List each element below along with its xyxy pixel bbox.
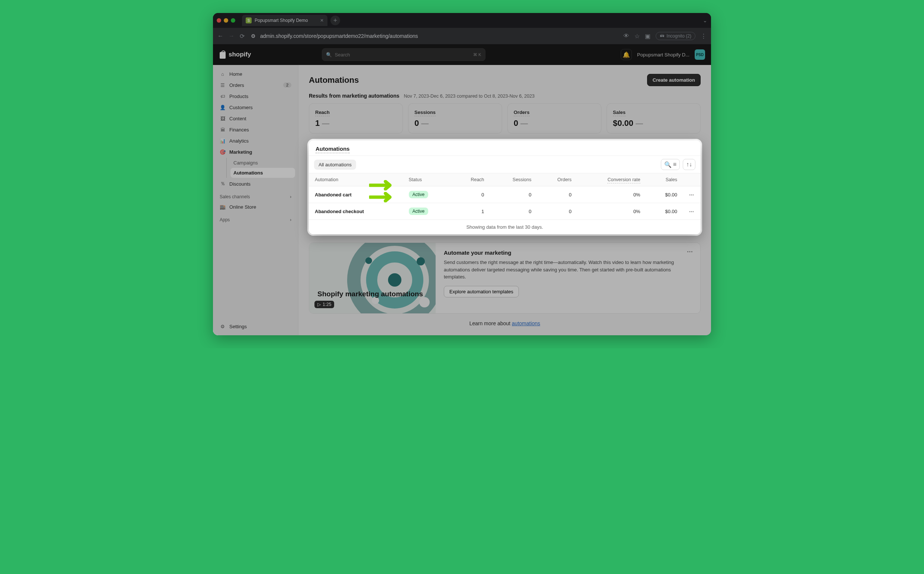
close-tab-icon[interactable]: ✕ <box>320 18 324 23</box>
row-reach: 1 <box>451 203 490 220</box>
create-automation-button[interactable]: Create automation <box>647 74 701 86</box>
chevron-right-icon[interactable]: › <box>290 217 291 222</box>
sidebar-item-label: Finances <box>229 127 249 132</box>
page-title: Automations <box>309 76 359 85</box>
bell-icon: 🔔 <box>623 51 630 58</box>
incognito-badge[interactable]: 🕶 Incognito (2) <box>656 32 695 40</box>
close-window-icon[interactable] <box>217 18 221 23</box>
home-icon: ⌂ <box>220 71 226 77</box>
sidebar-sub-campaigns[interactable]: Campaigns <box>231 158 295 168</box>
sidebar-item-marketing[interactable]: 🎯Marketing <box>216 147 295 157</box>
sidebar-heading-text: Apps <box>220 217 230 222</box>
content-icon: 🖼 <box>220 115 226 121</box>
chevron-right-icon[interactable]: › <box>290 194 291 199</box>
table-row[interactable]: Abandoned cart Active 0 0 0 0% $0.00 ⋯ <box>309 186 701 203</box>
promo-video-thumbnail[interactable]: Shopify marketing automations ▷1:25 <box>309 243 436 313</box>
sidebar-item-label: Content <box>229 116 247 121</box>
row-actions-button[interactable]: ⋯ <box>683 186 701 203</box>
incognito-icon: 🕶 <box>660 33 664 39</box>
shopify-brand-text: shopify <box>229 51 251 58</box>
svg-point-3 <box>365 257 372 264</box>
row-sales: $0.00 <box>646 186 683 203</box>
shopify-bag-icon <box>219 50 226 59</box>
tab-title: Popupsmart Shopify Demo <box>255 18 308 23</box>
forward-icon[interactable]: → <box>229 33 234 39</box>
trend-dash-icon: — <box>636 119 643 128</box>
metric-label: Orders <box>514 110 530 116</box>
metric-sessions[interactable]: Sessions 0— <box>408 103 502 134</box>
play-icon: ▷ <box>317 302 321 307</box>
sidebar-item-products[interactable]: 🏷Products <box>216 91 295 101</box>
row-conv: 0% <box>578 203 646 220</box>
sidebar-item-orders[interactable]: ☰Orders2 <box>216 80 295 90</box>
bookmark-icon[interactable]: ☆ <box>634 33 640 40</box>
sort-button[interactable]: ↑↓ <box>683 159 695 170</box>
explore-templates-button[interactable]: Explore automation templates <box>444 286 519 297</box>
row-sessions: 0 <box>490 186 538 203</box>
sidebar-item-customers[interactable]: 👤Customers <box>216 102 295 112</box>
sidebar-item-content[interactable]: 🖼Content <box>216 113 295 124</box>
row-reach: 0 <box>451 186 490 203</box>
status-badge: Active <box>409 208 429 215</box>
tab-overflow-icon[interactable]: ⌄ <box>703 17 707 24</box>
sidebar-item-online-store[interactable]: 🏬Online Store <box>216 202 295 212</box>
browser-tab[interactable]: S Popupsmart Shopify Demo ✕ <box>242 15 328 26</box>
row-orders: 0 <box>538 186 578 203</box>
metric-value: 1 <box>315 118 320 128</box>
col-status: Status <box>403 173 451 186</box>
store-switcher[interactable]: Popupsmart Shopify D... <box>637 52 690 58</box>
table-row[interactable]: Abandoned checkout Active 1 0 0 0% $0.00… <box>309 203 701 220</box>
sidebar: ⌂Home ☰Orders2 🏷Products 👤Customers 🖼Con… <box>213 65 299 335</box>
sidebar-item-analytics[interactable]: 📊Analytics <box>216 136 295 146</box>
url-field[interactable]: ⚙ admin.shopify.com/store/popupsmartdemo… <box>250 33 618 39</box>
row-actions-button[interactable]: ⋯ <box>683 203 701 220</box>
site-settings-icon[interactable]: ⚙ <box>250 33 256 39</box>
promo-heading: Automate your marketing <box>444 249 692 256</box>
finances-icon: 🏛 <box>220 127 226 132</box>
sidebar-item-discounts[interactable]: ％Discounts <box>216 178 295 189</box>
promo-video-title: Shopify marketing automations <box>317 290 423 298</box>
promo-more-button[interactable]: ⋯ <box>687 248 693 255</box>
promo-body: ⋯ Automate your marketing Send customers… <box>436 243 700 313</box>
sidebar-item-label: Online Store <box>229 204 256 210</box>
metric-sales[interactable]: Sales $0.00— <box>607 103 701 134</box>
learn-more-line: Learn more about automations <box>309 320 701 326</box>
browser-menu-icon[interactable]: ⋮ <box>701 33 707 40</box>
shopify-logo[interactable]: shopify <box>219 50 251 59</box>
metric-orders[interactable]: Orders 0— <box>507 103 601 134</box>
minimize-window-icon[interactable] <box>224 18 228 23</box>
sidebar-item-finances[interactable]: 🏛Finances <box>216 125 295 135</box>
automations-card: Automations All automations 🔍≡ ↑↓ Automa… <box>309 140 701 234</box>
search-filter-button[interactable]: 🔍≡ <box>661 159 680 170</box>
learn-more-link[interactable]: automations <box>512 320 540 326</box>
metric-label: Sessions <box>415 110 436 116</box>
sidebar-item-label: Products <box>229 93 248 99</box>
search-input[interactable]: 🔍 Search ⌘ K <box>322 48 486 61</box>
sidebar-heading-text: Sales channels <box>220 194 250 199</box>
notifications-button[interactable]: 🔔 <box>621 49 632 60</box>
store-icon: 🏬 <box>220 204 226 210</box>
new-tab-button[interactable]: + <box>331 16 340 25</box>
trend-dash-icon: — <box>521 119 528 128</box>
store-avatar[interactable]: PSD <box>695 49 705 60</box>
metric-label: Reach <box>315 110 330 116</box>
maximize-window-icon[interactable] <box>231 18 235 23</box>
sidebar-item-home[interactable]: ⌂Home <box>216 69 295 79</box>
sidebar-sub-automations[interactable]: Automations <box>231 168 295 178</box>
sidebar-item-settings[interactable]: ⚙Settings <box>216 321 295 331</box>
row-conv: 0% <box>578 186 646 203</box>
back-icon[interactable]: ← <box>217 33 223 39</box>
browser-window: S Popupsmart Shopify Demo ✕ + ⌄ ← → ⟳ ⚙ … <box>213 13 711 335</box>
hide-extensions-icon[interactable]: 👁 <box>623 33 629 39</box>
marketing-icon: 🎯 <box>220 149 226 155</box>
window-controls <box>217 18 235 23</box>
reload-icon[interactable]: ⟳ <box>240 33 245 40</box>
annotation-arrow-icon <box>369 192 395 202</box>
metric-reach[interactable]: Reach 1— <box>309 103 403 134</box>
reader-icon[interactable]: ▣ <box>645 33 650 40</box>
svg-point-4 <box>417 257 425 265</box>
shopify-top-bar: shopify 🔍 Search ⌘ K 🔔 Popupsmart Shopif… <box>213 44 711 65</box>
orders-badge: 2 <box>283 82 291 88</box>
filter-all-automations[interactable]: All automations <box>314 160 356 170</box>
filter-icon: ≡ <box>673 161 676 168</box>
